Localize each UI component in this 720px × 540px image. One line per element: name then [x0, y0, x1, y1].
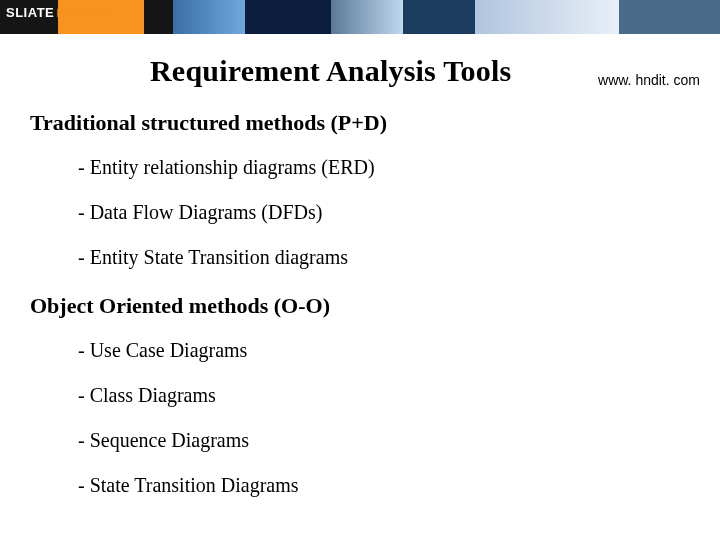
- list-item: - Data Flow Diagrams (DFDs): [78, 201, 690, 224]
- logo-text-2: moodle: [56, 3, 112, 20]
- list-item: - State Transition Diagrams: [78, 474, 690, 497]
- logo-text-1: SLIATE: [6, 5, 54, 20]
- section1-heading: Traditional structured methods (P+D): [30, 110, 690, 136]
- slide-content: www. hndit. com Requirement Analysis Too…: [0, 54, 720, 497]
- site-url: www. hndit. com: [598, 72, 700, 88]
- list-item: - Entity State Transition diagrams: [78, 246, 690, 269]
- list-item: - Use Case Diagrams: [78, 339, 690, 362]
- list-item: - Entity relationship diagrams (ERD): [78, 156, 690, 179]
- top-banner: SLIATE moodle: [0, 0, 720, 34]
- list-item: - Class Diagrams: [78, 384, 690, 407]
- section2-heading: Object Oriented methods (O-O): [30, 293, 690, 319]
- list-item: - Sequence Diagrams: [78, 429, 690, 452]
- logo: SLIATE moodle: [6, 3, 113, 20]
